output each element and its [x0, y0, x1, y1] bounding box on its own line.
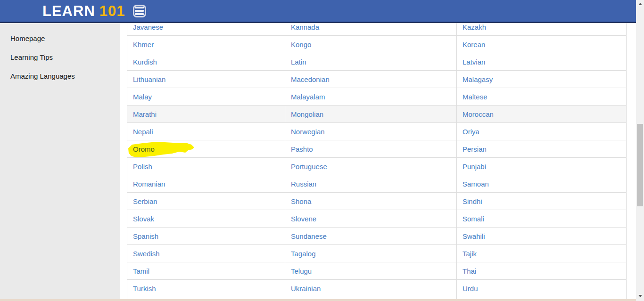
table-row: PolishPortuguesePunjabi: [127, 158, 626, 175]
language-cell: Ukrainian: [285, 280, 457, 297]
language-link[interactable]: Mongolian: [291, 110, 323, 118]
language-link[interactable]: Sundanese: [291, 232, 327, 240]
language-link[interactable]: Romanian: [133, 180, 165, 188]
language-cell: Malayalam: [285, 88, 457, 105]
language-link[interactable]: Shona: [291, 197, 311, 205]
language-cell: Oromo: [127, 140, 285, 157]
language-link[interactable]: Macedonian: [291, 75, 330, 83]
language-link[interactable]: Norwegian: [291, 128, 325, 136]
language-cell: Punjabi: [457, 158, 626, 175]
language-cell: Oriya: [457, 123, 626, 140]
language-link[interactable]: Slovene: [291, 215, 316, 223]
table-row: OromoPashtoPersian: [127, 140, 626, 158]
language-link[interactable]: Somali: [462, 215, 484, 223]
language-link[interactable]: Kannada: [291, 23, 319, 31]
language-link[interactable]: Tamil: [133, 267, 149, 275]
triangle-up-icon: [638, 3, 642, 5]
language-link[interactable]: Ukrainian: [291, 285, 321, 293]
vertical-scrollbar[interactable]: [636, 0, 644, 301]
language-link[interactable]: Punjabi: [462, 163, 486, 171]
scrollbar-thumb[interactable]: [637, 124, 643, 206]
language-link[interactable]: Sindhi: [462, 197, 482, 205]
language-link[interactable]: Portuguese: [291, 163, 327, 171]
language-table: JavaneseKannadaKazakhKhmerKongoKoreanKur…: [127, 18, 627, 301]
language-link[interactable]: Nepali: [133, 128, 153, 136]
language-link[interactable]: Spanish: [133, 232, 158, 240]
language-link[interactable]: Kurdish: [133, 58, 157, 66]
language-cell: Swahili: [457, 228, 626, 244]
sidebar-item-homepage[interactable]: Homepage: [0, 29, 120, 48]
table-row: MarathiMongolianMoroccan: [127, 106, 626, 123]
hamburger-menu-icon[interactable]: [133, 5, 146, 17]
language-link[interactable]: Turkish: [133, 285, 156, 293]
language-cell: Latin: [285, 53, 457, 70]
language-link[interactable]: Swedish: [133, 250, 160, 258]
table-row: MalayMalayalamMaltese: [127, 88, 626, 106]
language-cell: Telugu: [285, 262, 457, 279]
sidebar-item-amazing-languages[interactable]: Amazing Languages: [0, 66, 120, 85]
language-cell: Nepali: [127, 123, 285, 140]
language-link[interactable]: Malagasy: [462, 75, 493, 83]
language-link[interactable]: Marathi: [133, 110, 157, 118]
table-row: TurkishUkrainianUrdu: [127, 280, 626, 297]
language-link[interactable]: Tagalog: [291, 250, 316, 258]
table-row: SpanishSundaneseSwahili: [127, 228, 626, 245]
language-link[interactable]: Kongo: [291, 41, 311, 49]
header-bar: LEARN 101: [0, 0, 636, 23]
language-link[interactable]: Malayalam: [291, 93, 325, 101]
language-link[interactable]: Khmer: [133, 41, 154, 49]
language-link[interactable]: Thai: [462, 267, 476, 275]
language-cell: Khmer: [127, 36, 285, 53]
language-link[interactable]: Russian: [291, 180, 316, 188]
language-cell: Norwegian: [285, 123, 457, 140]
language-link[interactable]: Kazakh: [462, 23, 486, 31]
triangle-down-icon: [638, 295, 642, 297]
language-cell: Polish: [127, 158, 285, 175]
table-row: KurdishLatinLatvian: [127, 53, 626, 71]
scrollbar-up-arrow-icon[interactable]: [636, 0, 644, 8]
language-cell: Urdu: [457, 280, 626, 297]
scrollbar-down-arrow-icon[interactable]: [636, 292, 644, 300]
language-link[interactable]: Latin: [291, 58, 306, 66]
language-link[interactable]: Tajik: [462, 250, 477, 258]
language-cell: Korean: [457, 36, 626, 53]
language-cell: Russian: [285, 175, 457, 192]
language-cell: Tamil: [127, 262, 285, 279]
language-cell: Tagalog: [285, 245, 457, 262]
language-cell: Moroccan: [457, 106, 626, 122]
language-link[interactable]: Polish: [133, 163, 152, 171]
language-link[interactable]: Oromo: [133, 145, 155, 153]
language-cell: Kurdish: [127, 53, 285, 70]
language-link[interactable]: Slovak: [133, 215, 154, 223]
sidebar: HomepageLearning TipsAmazing Languages: [0, 23, 120, 300]
language-link[interactable]: Javanese: [133, 23, 163, 31]
language-link[interactable]: Telugu: [291, 267, 312, 275]
language-link[interactable]: Serbian: [133, 197, 157, 205]
language-link[interactable]: Moroccan: [462, 110, 494, 118]
language-cell: Slovene: [285, 210, 457, 227]
language-link[interactable]: Persian: [462, 145, 487, 153]
language-cell: Somali: [457, 210, 626, 227]
language-link[interactable]: Samoan: [462, 180, 489, 188]
sidebar-item-learning-tips[interactable]: Learning Tips: [0, 48, 120, 66]
language-link[interactable]: Urdu: [462, 285, 478, 293]
language-cell: Mongolian: [285, 106, 457, 122]
language-link[interactable]: Maltese: [462, 93, 487, 101]
language-link[interactable]: Swahili: [462, 232, 485, 240]
site-logo[interactable]: LEARN 101: [42, 4, 125, 18]
language-link[interactable]: Malay: [133, 93, 152, 101]
table-row: SwedishTagalogTajik: [127, 245, 626, 262]
language-cell: Shona: [285, 193, 457, 210]
language-cell: Sundanese: [285, 228, 457, 244]
language-cell: Portuguese: [285, 158, 457, 175]
language-link[interactable]: Pashto: [291, 145, 313, 153]
language-link[interactable]: Korean: [462, 41, 485, 49]
brand-learn-text: LEARN: [42, 4, 95, 18]
language-cell: Lithuanian: [127, 71, 285, 88]
language-cell: Serbian: [127, 193, 285, 210]
language-link[interactable]: Oriya: [462, 128, 479, 136]
language-link[interactable]: Lithuanian: [133, 75, 165, 83]
language-cell: Maltese: [457, 88, 626, 105]
language-link[interactable]: Latvian: [462, 58, 485, 66]
language-cell: Persian: [457, 140, 626, 157]
